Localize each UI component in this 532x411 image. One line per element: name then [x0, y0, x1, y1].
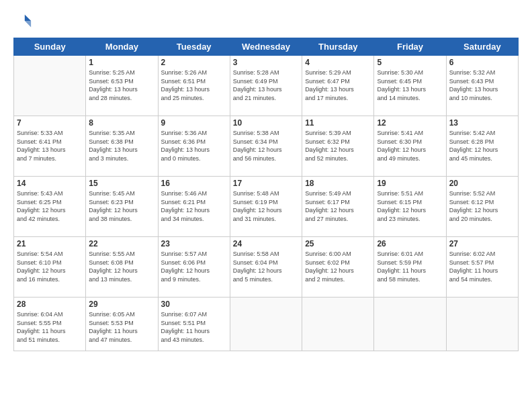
cell-date: 9 — [161, 118, 227, 128]
cell-info: Sunrise: 5:46 AM Sunset: 6:21 PM Dayligh… — [161, 189, 227, 223]
cell-info: Sunrise: 5:28 AM Sunset: 6:49 PM Dayligh… — [233, 68, 299, 102]
calendar-cell: 22Sunrise: 5:55 AM Sunset: 6:08 PM Dayli… — [86, 237, 158, 298]
day-header-tuesday: Tuesday — [158, 38, 230, 56]
cell-date: 12 — [377, 118, 443, 128]
calendar-cell — [446, 298, 518, 351]
calendar-cell: 21Sunrise: 5:54 AM Sunset: 6:10 PM Dayli… — [14, 237, 86, 298]
calendar-cell: 6Sunrise: 5:32 AM Sunset: 6:43 PM Daylig… — [446, 56, 518, 116]
cell-date: 5 — [377, 58, 443, 67]
cell-info: Sunrise: 5:42 AM Sunset: 6:28 PM Dayligh… — [449, 129, 515, 163]
calendar-cell: 19Sunrise: 5:51 AM Sunset: 6:15 PM Dayli… — [374, 177, 446, 237]
cell-info: Sunrise: 5:38 AM Sunset: 6:34 PM Dayligh… — [233, 129, 299, 163]
cell-info: Sunrise: 5:36 AM Sunset: 6:36 PM Dayligh… — [161, 129, 227, 163]
cell-date: 30 — [161, 300, 227, 309]
calendar-cell: 1Sunrise: 5:25 AM Sunset: 6:53 PM Daylig… — [86, 56, 158, 116]
cell-date: 19 — [377, 179, 443, 188]
day-header-thursday: Thursday — [302, 38, 374, 56]
cell-date: 17 — [233, 179, 299, 188]
cell-date: 28 — [17, 300, 83, 309]
cell-date: 29 — [89, 300, 154, 309]
svg-marker-0 — [25, 15, 31, 21]
calendar-cell: 17Sunrise: 5:48 AM Sunset: 6:19 PM Dayli… — [230, 177, 302, 237]
calendar-cell: 11Sunrise: 5:39 AM Sunset: 6:32 PM Dayli… — [302, 116, 374, 177]
cell-info: Sunrise: 5:32 AM Sunset: 6:43 PM Dayligh… — [449, 68, 515, 102]
cell-info: Sunrise: 5:26 AM Sunset: 6:51 PM Dayligh… — [161, 68, 227, 102]
cell-info: Sunrise: 6:04 AM Sunset: 5:55 PM Dayligh… — [17, 310, 83, 344]
cell-info: Sunrise: 5:45 AM Sunset: 6:23 PM Dayligh… — [89, 189, 154, 223]
calendar-cell: 28Sunrise: 6:04 AM Sunset: 5:55 PM Dayli… — [14, 298, 86, 351]
calendar-cell: 16Sunrise: 5:46 AM Sunset: 6:21 PM Dayli… — [158, 177, 230, 237]
logo-icon — [13, 12, 32, 31]
cell-info: Sunrise: 6:02 AM Sunset: 5:57 PM Dayligh… — [449, 250, 515, 283]
cell-info: Sunrise: 5:30 AM Sunset: 6:45 PM Dayligh… — [377, 68, 443, 102]
cell-date: 6 — [449, 58, 515, 67]
calendar-cell: 10Sunrise: 5:38 AM Sunset: 6:34 PM Dayli… — [230, 116, 302, 177]
calendar-cell: 29Sunrise: 6:05 AM Sunset: 5:53 PM Dayli… — [86, 298, 158, 351]
calendar-cell: 5Sunrise: 5:30 AM Sunset: 6:45 PM Daylig… — [374, 56, 446, 116]
cell-date: 2 — [161, 58, 227, 67]
cell-date: 22 — [89, 239, 154, 248]
header — [13, 12, 519, 31]
calendar-cell: 8Sunrise: 5:35 AM Sunset: 6:38 PM Daylig… — [86, 116, 158, 177]
cell-date: 15 — [89, 179, 154, 188]
calendar-cell: 26Sunrise: 6:01 AM Sunset: 5:59 PM Dayli… — [374, 237, 446, 298]
cell-info: Sunrise: 6:01 AM Sunset: 5:59 PM Dayligh… — [377, 250, 443, 283]
day-header-friday: Friday — [374, 38, 446, 56]
cell-date: 20 — [449, 179, 515, 188]
cell-info: Sunrise: 5:58 AM Sunset: 6:04 PM Dayligh… — [233, 250, 299, 283]
cell-date: 13 — [449, 118, 515, 128]
calendar-cell — [14, 56, 86, 116]
calendar-cell: 12Sunrise: 5:41 AM Sunset: 6:30 PM Dayli… — [374, 116, 446, 177]
cell-date: 3 — [233, 58, 299, 67]
page: SundayMondayTuesdayWednesdayThursdayFrid… — [0, 0, 532, 411]
cell-info: Sunrise: 6:07 AM Sunset: 5:51 PM Dayligh… — [161, 310, 227, 344]
calendar-cell: 3Sunrise: 5:28 AM Sunset: 6:49 PM Daylig… — [230, 56, 302, 116]
day-header-saturday: Saturday — [446, 38, 518, 56]
calendar-cell: 9Sunrise: 5:36 AM Sunset: 6:36 PM Daylig… — [158, 116, 230, 177]
calendar-cell — [302, 298, 374, 351]
cell-info: Sunrise: 6:05 AM Sunset: 5:53 PM Dayligh… — [89, 310, 154, 344]
svg-marker-1 — [25, 21, 31, 27]
calendar-cell: 20Sunrise: 5:52 AM Sunset: 6:12 PM Dayli… — [446, 177, 518, 237]
calendar-cell: 4Sunrise: 5:29 AM Sunset: 6:47 PM Daylig… — [302, 56, 374, 116]
calendar-cell — [374, 298, 446, 351]
calendar-cell: 23Sunrise: 5:57 AM Sunset: 6:06 PM Dayli… — [158, 237, 230, 298]
calendar-cell: 2Sunrise: 5:26 AM Sunset: 6:51 PM Daylig… — [158, 56, 230, 116]
calendar-cell: 15Sunrise: 5:45 AM Sunset: 6:23 PM Dayli… — [86, 177, 158, 237]
cell-info: Sunrise: 5:57 AM Sunset: 6:06 PM Dayligh… — [161, 250, 227, 283]
calendar-table: SundayMondayTuesdayWednesdayThursdayFrid… — [13, 38, 519, 351]
cell-date: 11 — [305, 118, 371, 128]
cell-date: 8 — [89, 118, 154, 128]
cell-date: 24 — [233, 239, 299, 248]
cell-info: Sunrise: 5:51 AM Sunset: 6:15 PM Dayligh… — [377, 189, 443, 223]
cell-info: Sunrise: 5:54 AM Sunset: 6:10 PM Dayligh… — [17, 250, 83, 283]
cell-date: 10 — [233, 118, 299, 128]
calendar-cell — [230, 298, 302, 351]
cell-info: Sunrise: 6:00 AM Sunset: 6:02 PM Dayligh… — [305, 250, 371, 283]
calendar-cell: 24Sunrise: 5:58 AM Sunset: 6:04 PM Dayli… — [230, 237, 302, 298]
cell-info: Sunrise: 5:33 AM Sunset: 6:41 PM Dayligh… — [17, 129, 83, 163]
cell-info: Sunrise: 5:35 AM Sunset: 6:38 PM Dayligh… — [89, 129, 154, 163]
cell-date: 18 — [305, 179, 371, 188]
cell-info: Sunrise: 5:52 AM Sunset: 6:12 PM Dayligh… — [449, 189, 515, 223]
cell-info: Sunrise: 5:29 AM Sunset: 6:47 PM Dayligh… — [305, 68, 371, 102]
cell-date: 16 — [161, 179, 227, 188]
calendar-cell: 30Sunrise: 6:07 AM Sunset: 5:51 PM Dayli… — [158, 298, 230, 351]
cell-info: Sunrise: 5:49 AM Sunset: 6:17 PM Dayligh… — [305, 189, 371, 223]
cell-date: 21 — [17, 239, 83, 248]
cell-date: 25 — [305, 239, 371, 248]
cell-info: Sunrise: 5:41 AM Sunset: 6:30 PM Dayligh… — [377, 129, 443, 163]
cell-date: 1 — [89, 58, 154, 67]
cell-date: 4 — [305, 58, 371, 67]
cell-info: Sunrise: 5:48 AM Sunset: 6:19 PM Dayligh… — [233, 189, 299, 223]
cell-info: Sunrise: 5:25 AM Sunset: 6:53 PM Dayligh… — [89, 68, 154, 102]
cell-info: Sunrise: 5:55 AM Sunset: 6:08 PM Dayligh… — [89, 250, 154, 283]
cell-date: 27 — [449, 239, 515, 248]
cell-date: 23 — [161, 239, 227, 248]
cell-date: 7 — [17, 118, 83, 128]
day-header-monday: Monday — [86, 38, 158, 56]
logo — [13, 12, 35, 31]
calendar-cell: 7Sunrise: 5:33 AM Sunset: 6:41 PM Daylig… — [14, 116, 86, 177]
calendar-cell: 27Sunrise: 6:02 AM Sunset: 5:57 PM Dayli… — [446, 237, 518, 298]
day-header-sunday: Sunday — [14, 38, 86, 56]
